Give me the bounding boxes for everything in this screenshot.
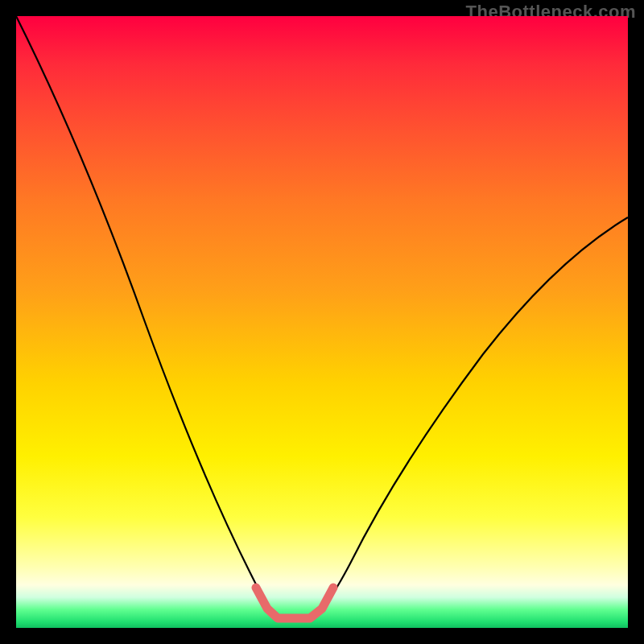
highlight-bottom [256,588,333,618]
bottleneck-curve [16,16,628,618]
curve-svg [16,16,628,628]
chart-frame: TheBottleneck.com [0,0,644,644]
plot-area [16,16,628,628]
